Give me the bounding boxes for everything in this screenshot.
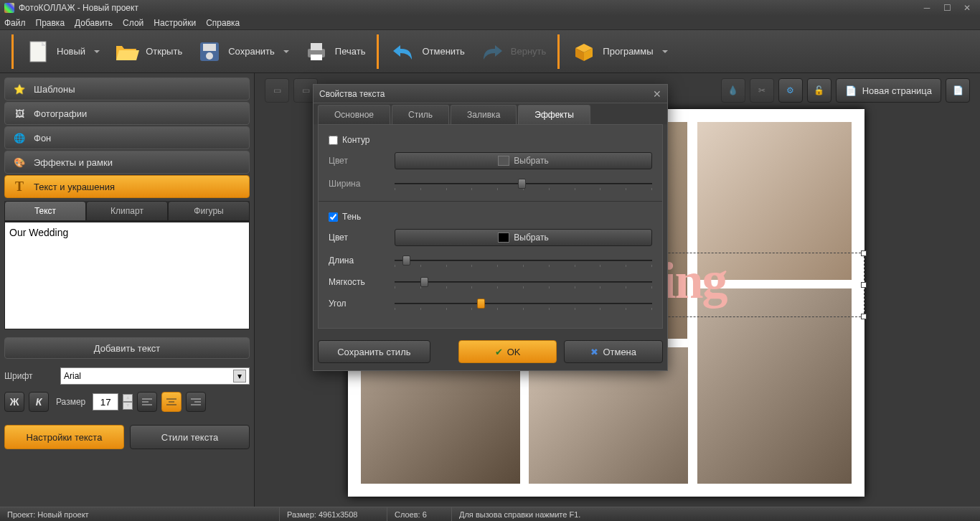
titlebar: ФотоКОЛЛАЖ - Новый проект ─ ☐ ✕ <box>0 0 980 16</box>
undo-button[interactable]: Отменить <box>383 36 471 67</box>
font-select[interactable]: Arial ▾ <box>60 367 250 385</box>
redo-button[interactable]: Вернуть <box>472 36 554 67</box>
menu-layer[interactable]: Слой <box>123 18 143 28</box>
save-button[interactable]: Сохранить <box>189 36 296 67</box>
save-style-button[interactable]: Сохранить стиль <box>318 340 430 363</box>
menubar: Файл Правка Добавить Слой Настройки Спра… <box>0 16 980 30</box>
sidebar-item-text[interactable]: ТТекст и украшения <box>4 175 250 198</box>
size-input[interactable] <box>93 393 118 410</box>
chevron-down-icon <box>94 50 100 53</box>
close-button[interactable]: ✕ <box>958 2 976 14</box>
sidebar-item-photos[interactable]: 🖼Фотографии <box>4 102 250 125</box>
menu-add[interactable]: Добавить <box>75 18 113 28</box>
tab-text[interactable]: Текст <box>4 201 86 221</box>
align-center-button[interactable] <box>161 392 182 412</box>
sidebar-item-effects[interactable]: 🎨Эффекты и рамки <box>4 151 250 174</box>
check-icon: ✔ <box>495 347 503 357</box>
page-gear-icon: 📄 <box>953 85 963 95</box>
new-button[interactable]: Новый <box>18 36 107 67</box>
size-label: Размер <box>56 397 85 407</box>
minimize-button[interactable]: ─ <box>918 2 936 14</box>
status-project: Проект: Новый проект <box>0 507 280 521</box>
new-page-button[interactable]: 📄Новая страница <box>836 78 941 103</box>
redo-icon <box>479 39 505 65</box>
dialog-titlebar[interactable]: Свойства текста ✕ <box>314 85 667 103</box>
svg-rect-5 <box>311 43 322 50</box>
palette-icon: 🎨 <box>12 155 27 169</box>
sidebar-item-templates[interactable]: ⭐Шаблоны <box>4 78 250 100</box>
tab-fill[interactable]: Заливка <box>451 105 517 124</box>
text-icon: Т <box>12 179 27 194</box>
font-label: Шрифт <box>4 371 55 381</box>
shadow-softness-label: Мягкость <box>329 277 386 287</box>
cut-button[interactable]: ✂ <box>750 78 774 103</box>
italic-button[interactable]: К <box>29 392 49 412</box>
text-settings-button[interactable]: Настройки текста <box>4 425 124 449</box>
shadow-checkbox[interactable]: Тень <box>329 212 652 222</box>
contour-color-button[interactable]: Выбрать <box>395 152 652 169</box>
new-file-icon <box>25 39 51 65</box>
status-layers: Слоев: 6 <box>387 507 452 521</box>
text-input[interactable] <box>4 222 250 329</box>
shadow-softness-slider[interactable] <box>395 275 652 289</box>
text-tabs: Текст Клипарт Фигуры <box>4 201 250 222</box>
programs-button[interactable]: Программы <box>564 36 674 67</box>
shadow-angle-slider[interactable] <box>395 296 652 311</box>
resize-handle[interactable] <box>861 282 867 288</box>
sidebar-item-background[interactable]: 🌐Фон <box>4 126 250 149</box>
collage-photo[interactable] <box>697 288 852 484</box>
tab-clipart[interactable]: Клипарт <box>86 201 168 221</box>
svg-rect-6 <box>311 55 322 60</box>
contour-width-label: Ширина <box>329 179 386 189</box>
resize-handle[interactable] <box>861 314 867 319</box>
align-left-button[interactable] <box>137 392 157 412</box>
contour-checkbox[interactable]: Контур <box>329 135 652 145</box>
tab-shapes[interactable]: Фигуры <box>168 201 250 221</box>
menu-help[interactable]: Справка <box>206 18 240 28</box>
menu-edit[interactable]: Правка <box>36 18 65 28</box>
text-styles-button[interactable]: Стили текста <box>130 425 250 449</box>
ok-button[interactable]: ✔OK <box>458 340 557 363</box>
box-icon <box>571 39 597 65</box>
statusbar: Проект: Новый проект Размер: 4961x3508 С… <box>0 507 980 521</box>
tab-style[interactable]: Стиль <box>392 105 449 124</box>
menu-file[interactable]: Файл <box>4 18 26 28</box>
printer-icon <box>303 39 329 65</box>
add-text-button[interactable]: Добавить текст <box>4 337 250 359</box>
resize-handle[interactable] <box>861 250 867 256</box>
save-icon <box>197 39 222 65</box>
page-add-icon: 📄 <box>845 85 857 96</box>
eyedropper-button[interactable]: 💧 <box>721 78 745 103</box>
print-button[interactable]: Печать <box>296 36 373 67</box>
chevron-down-icon <box>662 50 668 53</box>
layer-back-button[interactable]: ▭ <box>265 78 289 103</box>
shadow-color-button[interactable]: Выбрать <box>395 229 652 246</box>
dialog-close-button[interactable]: ✕ <box>653 88 661 100</box>
tab-effects[interactable]: Эффекты <box>518 105 590 124</box>
toolbar-separator <box>11 34 14 69</box>
text-properties-dialog: Свойства текста ✕ Основное Стиль Заливка… <box>313 84 668 371</box>
shadow-angle-label: Угол <box>329 299 386 309</box>
image-icon: 🖼 <box>12 106 27 121</box>
toolbar-separator <box>557 34 560 69</box>
gear-icon: ⚙ <box>786 85 794 95</box>
settings-button[interactable]: ⚙ <box>778 78 803 103</box>
menu-settings[interactable]: Настройки <box>154 18 196 28</box>
lock-button[interactable]: 🔓 <box>807 78 831 103</box>
bold-button[interactable]: Ж <box>4 392 24 412</box>
tab-main[interactable]: Основное <box>318 105 390 124</box>
shadow-color-label: Цвет <box>329 233 386 243</box>
maximize-button[interactable]: ☐ <box>938 2 956 14</box>
open-button[interactable]: Открыть <box>107 36 189 67</box>
toolbar-separator <box>377 34 379 69</box>
shadow-length-slider[interactable] <box>395 253 652 268</box>
undo-icon <box>390 39 416 65</box>
size-spinner[interactable]: ▲▼ <box>123 394 133 410</box>
contour-width-slider[interactable] <box>395 177 652 191</box>
svg-rect-2 <box>203 44 216 51</box>
align-right-button[interactable] <box>186 392 206 412</box>
sidebar: ⭐Шаблоны 🖼Фотографии 🌐Фон 🎨Эффекты и рам… <box>0 73 255 507</box>
page-settings-button[interactable]: 📄 <box>946 78 970 103</box>
lock-icon: 🔓 <box>814 85 824 95</box>
cancel-button[interactable]: ✖Отмена <box>564 340 663 363</box>
